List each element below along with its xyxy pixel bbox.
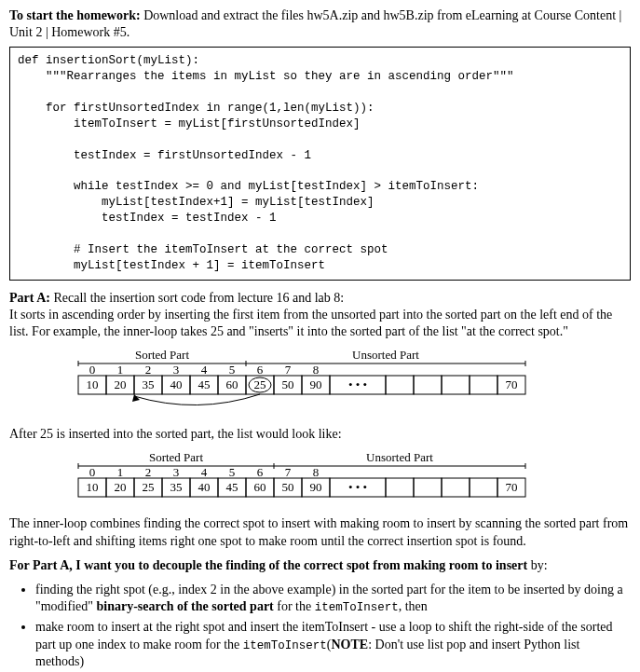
- svg-rect-80: [386, 478, 414, 497]
- svg-text:Sorted Part: Sorted Part: [148, 450, 203, 464]
- svg-rect-38: [442, 376, 470, 394]
- svg-text:4: 4: [200, 465, 207, 479]
- svg-text:3: 3: [172, 465, 179, 479]
- svg-text:Unsorted Part: Unsorted Part: [366, 450, 433, 464]
- svg-rect-83: [470, 478, 497, 497]
- svg-text:1: 1: [116, 465, 123, 479]
- svg-text:4: 4: [200, 363, 207, 377]
- part-a-head: Part A:: [9, 291, 50, 305]
- decouple-lead: For Part A, I want you to decouple the f…: [9, 558, 527, 572]
- li1-c: , then: [399, 599, 428, 613]
- svg-text:7: 7: [284, 465, 291, 479]
- svg-rect-37: [414, 376, 442, 394]
- svg-text:8: 8: [312, 363, 319, 377]
- svg-text:25: 25: [253, 377, 266, 391]
- svg-text:40: 40: [197, 480, 210, 494]
- part-a-p1: It sorts in ascending order by inserting…: [9, 308, 612, 338]
- svg-text:40: 40: [170, 377, 182, 391]
- svg-text:35: 35: [170, 480, 182, 494]
- svg-text:50: 50: [281, 377, 293, 391]
- svg-text:5: 5: [228, 363, 235, 377]
- svg-text:70: 70: [505, 480, 517, 494]
- li1-bold: binary-search of the sorted part: [96, 599, 273, 613]
- svg-rect-39: [470, 376, 497, 394]
- svg-rect-81: [414, 478, 442, 497]
- svg-text:7: 7: [284, 363, 291, 377]
- svg-text:•  •  •: • • •: [347, 480, 366, 494]
- decouple-lead-line: For Part A, I want you to decouple the f…: [9, 557, 631, 574]
- svg-text:5: 5: [228, 465, 235, 479]
- svg-text:2: 2: [144, 465, 151, 479]
- after-insert-text: After 25 is inserted into the sorted par…: [9, 426, 631, 443]
- svg-rect-36: [386, 376, 414, 394]
- array-diagram-1: Sorted PartUnsorted Part0123456781020354…: [9, 348, 631, 415]
- part-a-head-rest: Recall the insertion sort code from lect…: [50, 291, 344, 305]
- svg-text:1: 1: [116, 363, 123, 377]
- svg-text:0: 0: [89, 363, 95, 377]
- svg-text:45: 45: [225, 480, 238, 494]
- part-a-heading: Part A: Recall the insertion sort code f…: [9, 290, 631, 341]
- intro-line: To start the homework: Download and extr…: [9, 7, 631, 41]
- innerloop-text: The inner-loop combines finding the corr…: [9, 515, 631, 549]
- svg-text:10: 10: [86, 377, 98, 391]
- svg-text:60: 60: [225, 377, 238, 391]
- svg-text:Unsorted Part: Unsorted Part: [352, 348, 419, 362]
- li2-code: itemToInsert: [243, 639, 327, 652]
- code-block: def insertionSort(myList): """Rearranges…: [9, 47, 631, 280]
- li1-b: for the: [274, 599, 315, 613]
- svg-text:8: 8: [312, 465, 319, 479]
- svg-text:6: 6: [256, 363, 263, 377]
- svg-text:Sorted Part: Sorted Part: [134, 348, 189, 362]
- svg-text:6: 6: [256, 465, 263, 479]
- svg-text:70: 70: [505, 377, 517, 391]
- svg-text:•  •  •: • • •: [347, 377, 366, 391]
- li2-bold: NOTE: [331, 638, 368, 651]
- svg-text:25: 25: [142, 480, 154, 494]
- svg-marker-43: [132, 394, 140, 402]
- list-item: finding the right spot (e.g., index 2 in…: [35, 582, 631, 615]
- svg-text:45: 45: [197, 377, 210, 391]
- svg-text:20: 20: [114, 377, 126, 391]
- svg-text:90: 90: [309, 377, 321, 391]
- svg-text:10: 10: [86, 480, 98, 494]
- svg-text:3: 3: [172, 363, 179, 377]
- svg-text:50: 50: [281, 480, 293, 494]
- li1-code: itemToInsert: [315, 601, 399, 614]
- array-diagram-2: Sorted PartUnsorted Part0123456781020253…: [9, 450, 631, 504]
- intro-lead: To start the homework:: [9, 8, 141, 22]
- decouple-list: finding the right spot (e.g., index 2 in…: [35, 582, 631, 670]
- svg-rect-82: [442, 478, 470, 497]
- svg-text:2: 2: [144, 363, 151, 377]
- svg-text:35: 35: [142, 377, 154, 391]
- list-item: make room to insert at the right spot an…: [35, 619, 631, 670]
- svg-text:60: 60: [253, 480, 266, 494]
- decouple-by: by:: [527, 558, 547, 572]
- svg-text:90: 90: [309, 480, 321, 494]
- svg-text:20: 20: [114, 480, 126, 494]
- svg-text:0: 0: [89, 465, 95, 479]
